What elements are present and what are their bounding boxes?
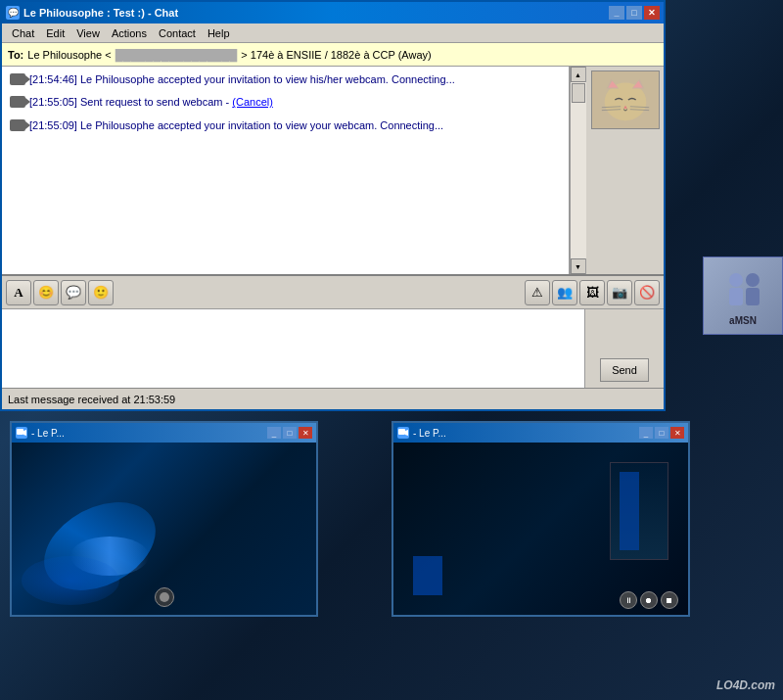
scroll-thumb[interactable] bbox=[572, 83, 585, 103]
room-window-visual bbox=[610, 462, 668, 560]
webcam-2-title-bar: - Le P... _ □ ✕ bbox=[393, 423, 688, 443]
svg-point-13 bbox=[746, 273, 760, 287]
svg-marker-16 bbox=[23, 430, 26, 436]
webcam-button[interactable]: 📷 bbox=[607, 280, 632, 305]
to-label: To: bbox=[8, 49, 23, 61]
chat-body: [21:54:46] Le Philousophe accepted your … bbox=[2, 67, 664, 274]
amsn-icon bbox=[718, 266, 767, 315]
webcam-2-controls: ⏸ ⏺ ⏹ bbox=[620, 591, 678, 609]
desktop: 💬 Le Philousophe : Test :) - Chat _ □ ✕ … bbox=[0, 0, 783, 700]
menu-chat[interactable]: Chat bbox=[6, 25, 40, 41]
menu-edit[interactable]: Edit bbox=[40, 25, 70, 41]
svg-point-1 bbox=[604, 83, 646, 121]
block-button[interactable]: 🚫 bbox=[634, 280, 660, 305]
webcam-2-title-text: - Le P... bbox=[413, 428, 446, 439]
title-controls: _ □ ✕ bbox=[609, 6, 660, 20]
svg-point-11 bbox=[729, 273, 743, 287]
alert-button[interactable]: ⚠ bbox=[525, 280, 550, 305]
close-button[interactable]: ✕ bbox=[644, 6, 660, 20]
font-button[interactable]: A bbox=[6, 280, 31, 305]
record-inner bbox=[160, 592, 169, 602]
webcam-2-control-1[interactable]: ⏸ bbox=[620, 591, 637, 609]
svg-rect-17 bbox=[398, 429, 405, 435]
maximize-button[interactable]: □ bbox=[626, 6, 642, 20]
messages-area: [21:54:46] Le Philousophe accepted your … bbox=[2, 67, 570, 274]
image-button[interactable]: 🖼 bbox=[579, 280, 605, 305]
chat-button[interactable]: 💬 bbox=[61, 280, 86, 305]
chat-window: 💬 Le Philousophe : Test :) - Chat _ □ ✕ … bbox=[0, 0, 666, 411]
toolbar: A 😊 💬 🙂 ⚠ 👥 🖼 📷 🚫 bbox=[2, 274, 664, 309]
webcam-icon-2 bbox=[10, 96, 25, 108]
input-area: Send bbox=[2, 309, 664, 388]
room-light-visual bbox=[413, 556, 442, 595]
blue-stripe bbox=[620, 472, 639, 550]
webcam-window-1: - Le P... _ □ ✕ bbox=[10, 421, 318, 617]
webcam-window-2: - Le P... _ □ ✕ ⏸ ⏺ ⏹ bbox=[392, 421, 690, 617]
message-line: [21:55:09] Le Philousophe accepted your … bbox=[10, 118, 561, 133]
avatar bbox=[591, 70, 660, 129]
status-bar: Last message received at 21:53:59 bbox=[2, 388, 664, 409]
webcam-2-control-3[interactable]: ⏹ bbox=[661, 591, 678, 609]
menu-view[interactable]: View bbox=[70, 25, 106, 41]
webcam-1-record-button[interactable] bbox=[155, 587, 174, 607]
to-value: Le Philousophe <████████████████> 174è à… bbox=[27, 49, 431, 61]
webcam-2-maximize[interactable]: □ bbox=[655, 427, 668, 439]
scroll-track bbox=[571, 82, 586, 258]
message-text-1: [21:54:46] Le Philousophe accepted your … bbox=[29, 72, 455, 87]
webcam-1-title-text: - Le P... bbox=[31, 428, 65, 439]
webcam-1-minimize[interactable]: _ bbox=[267, 427, 281, 439]
to-field: To: Le Philousophe <████████████████> 17… bbox=[2, 43, 664, 67]
cancel-link[interactable]: (Cancel) bbox=[232, 96, 273, 108]
message-line: [21:55:05] Sent request to send webcam -… bbox=[10, 95, 561, 110]
watermark: LO4D.com bbox=[716, 678, 775, 692]
menu-contact[interactable]: Contact bbox=[153, 25, 202, 41]
webcam-icon-3 bbox=[10, 119, 25, 131]
svg-marker-18 bbox=[405, 430, 408, 436]
webcam-2-minimize[interactable]: _ bbox=[639, 427, 653, 439]
minimize-button[interactable]: _ bbox=[609, 6, 624, 20]
webcam-2-close[interactable]: ✕ bbox=[670, 427, 684, 439]
menu-help[interactable]: Help bbox=[202, 25, 236, 41]
webcam-1-maximize[interactable]: □ bbox=[283, 427, 297, 439]
title-bar: 💬 Le Philousophe : Test :) - Chat _ □ ✕ bbox=[2, 2, 664, 23]
webcam-1-video bbox=[12, 443, 316, 615]
emoji-button[interactable]: 😊 bbox=[33, 280, 59, 305]
svg-rect-15 bbox=[17, 429, 23, 435]
svg-rect-14 bbox=[746, 288, 760, 305]
scroll-down-btn[interactable]: ▼ bbox=[571, 258, 586, 274]
message-input[interactable] bbox=[2, 309, 585, 388]
blue-glow bbox=[22, 556, 119, 605]
toolbar-right: ⚠ 👥 🖼 📷 🚫 bbox=[525, 280, 660, 305]
contacts-button[interactable]: 👥 bbox=[552, 280, 577, 305]
svg-rect-12 bbox=[729, 288, 743, 305]
webcam-1-icon bbox=[16, 427, 27, 439]
messages-inner: [21:54:46] Le Philousophe accepted your … bbox=[2, 67, 569, 274]
scrollbar[interactable]: ▲ ▼ bbox=[570, 67, 585, 274]
status-text: Last message received at 21:53:59 bbox=[8, 394, 175, 405]
webcam-1-close[interactable]: ✕ bbox=[299, 427, 312, 439]
message-text-2: [21:55:05] Sent request to send webcam -… bbox=[29, 95, 273, 110]
chat-sidebar bbox=[585, 67, 664, 274]
webcam-2-icon bbox=[397, 427, 409, 439]
webcam-icon-1 bbox=[10, 73, 25, 85]
amsn-label: aMSN bbox=[729, 315, 757, 326]
menu-bar: Chat Edit View Actions Contact Help bbox=[2, 23, 664, 43]
amsn-panel: aMSN bbox=[703, 257, 783, 335]
window-icon: 💬 bbox=[6, 6, 20, 20]
send-button[interactable]: Send bbox=[600, 358, 649, 382]
toolbar-left: A 😊 💬 🙂 bbox=[6, 280, 525, 305]
message-text-3: [21:55:09] Le Philousophe accepted your … bbox=[29, 118, 443, 133]
webcam-2-video: ⏸ ⏺ ⏹ bbox=[393, 443, 688, 615]
message-line: [21:54:46] Le Philousophe accepted your … bbox=[10, 72, 561, 87]
webcam-1-title-bar: - Le P... _ □ ✕ bbox=[12, 423, 316, 443]
webcam-2-control-2[interactable]: ⏺ bbox=[640, 591, 658, 609]
menu-actions[interactable]: Actions bbox=[106, 25, 153, 41]
window-title: Le Philousophe : Test :) - Chat bbox=[23, 7, 178, 19]
smiley-button[interactable]: 🙂 bbox=[88, 280, 114, 305]
send-panel: Send bbox=[585, 309, 664, 388]
scroll-up-btn[interactable]: ▲ bbox=[571, 67, 586, 82]
